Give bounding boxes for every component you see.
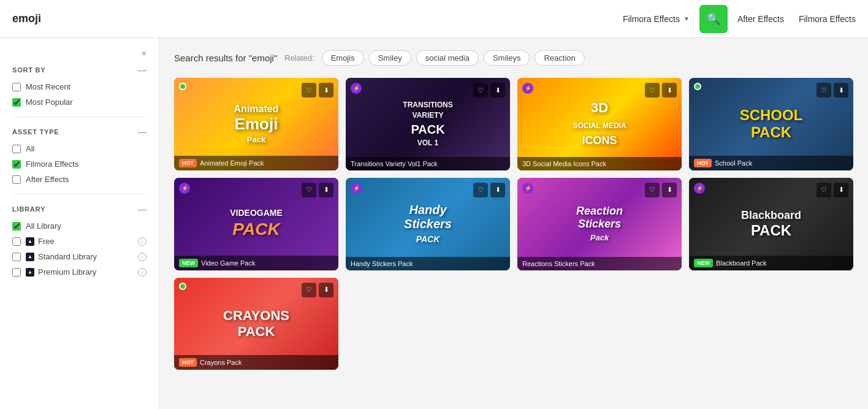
grid-item-5[interactable]: VIDEOGAMEPACK ⚡ ♡ ⬇ NEW Video Game Pack [174,178,338,270]
item-title-2: Transitions Variety Vol1 Pack [346,157,510,170]
heart-icon-8[interactable]: ♡ [817,183,831,197]
library-free-label-wrap: ▲ Free [26,237,55,246]
asset-all[interactable]: All [12,144,147,153]
heart-icon-2[interactable]: ♡ [473,83,488,97]
tag-smiley[interactable]: Smiley [369,50,411,66]
heart-icon-5[interactable]: ♡ [302,183,316,197]
tag-smileys[interactable]: Smileys [484,50,530,66]
item-title-5: NEW Video Game Pack [174,256,338,270]
download-icon-3[interactable]: ⬇ [662,83,677,97]
filter-dropdown-label: Filmora Effects [623,14,680,24]
grid-item-9[interactable]: CRAYONSPACK ♡ ⬇ HOT Crayons Pack [174,278,338,370]
asset-after-effects-checkbox[interactable] [12,175,21,184]
grid-item-4[interactable]: SCHOOLPACK ♡ ⬇ HOT School Pack [689,78,853,170]
item-label-1: Animated Emoji Pack [200,159,264,167]
tag-emojis[interactable]: Emojis [322,50,364,66]
search-button[interactable]: 🔍 [699,5,728,33]
library-title: LIBRARY [12,205,45,213]
download-icon-9[interactable]: ⬇ [319,283,333,297]
heart-icon-6[interactable]: ♡ [473,183,488,197]
lightning-badge-5: ⚡ [179,183,190,194]
asset-type-collapse-icon[interactable]: — [138,127,147,137]
sidebar: « SORT BY — Most Recent Most Popular ASS… [0,38,159,409]
library-free[interactable]: ▲ Free i [12,237,147,246]
download-icon-5[interactable]: ⬇ [319,183,333,197]
library-standard-checkbox[interactable] [12,253,21,261]
filter-dropdown[interactable]: Filmora Effects ▼ [623,14,690,24]
asset-after-effects[interactable]: After Effects [12,175,147,184]
related-label: Related: [284,53,314,63]
asset-all-label: All [26,144,34,153]
grid-item-8[interactable]: BlackboardPACK ⚡ ♡ ⬇ NEW Blackboard Pack [689,178,853,270]
nav-after-effects[interactable]: After Effects [737,12,784,26]
lightning-badge-8: ⚡ [694,183,705,194]
divider-2 [12,194,147,194]
asset-all-checkbox[interactable] [12,145,21,153]
library-all-label: All Library [26,221,61,231]
library-free-label: Free [38,237,55,246]
sort-most-popular-checkbox[interactable] [12,98,21,107]
grid-item-2[interactable]: TRANSITIONSVARIETYPACKVOL 1 ⚡ ♡ ⬇ Transi… [346,78,510,170]
search-icon: 🔍 [707,12,720,26]
sort-most-recent[interactable]: Most Recent [12,82,147,91]
item-label-3: 3D Social Media Icons Pack [522,160,606,167]
heart-icon-3[interactable]: ♡ [645,83,660,97]
thumb-text-7: ReactionStickersPack [576,205,623,243]
library-all-checkbox[interactable] [12,222,21,231]
standard-info-icon[interactable]: i [138,253,147,261]
library-collapse-icon[interactable]: — [138,204,147,214]
item-label-5: Video Game Pack [201,259,255,267]
library-standard[interactable]: ▲ Standard Library i [12,252,147,261]
heart-icon-4[interactable]: ♡ [817,83,831,97]
library-standard-label-wrap: ▲ Standard Library [26,252,97,261]
download-icon-8[interactable]: ⬇ [834,183,848,197]
tag-social-media[interactable]: social media [416,50,479,66]
download-icon-4[interactable]: ⬇ [834,83,848,97]
download-icon-1[interactable]: ⬇ [319,83,333,97]
sidebar-collapse-button[interactable]: « [12,48,147,58]
badge-5: NEW [179,259,198,267]
badge-1: HOT [179,159,197,167]
asset-type-section: ASSET TYPE — [12,127,147,137]
library-premium[interactable]: ▲ Premium Library i [12,267,147,277]
heart-icon-7[interactable]: ♡ [645,183,660,197]
item-label-8: Blackboard Pack [716,259,767,267]
free-info-icon[interactable]: i [138,237,147,246]
sort-most-popular[interactable]: Most Popular [12,97,147,107]
thumb-text-9: CRAYONSPACK [223,308,289,340]
download-icon-7[interactable]: ⬇ [662,183,677,197]
asset-filmora-checkbox[interactable] [12,160,21,169]
grid-item-7[interactable]: ReactionStickersPack ⚡ ♡ ⬇ Reactions Sti… [517,178,682,270]
grid-item-1[interactable]: AnimatedEmojiPack ♡ ⬇ HOT Animated Emoji… [174,78,338,170]
heart-icon-9[interactable]: ♡ [302,283,316,297]
heart-icon-1[interactable]: ♡ [302,83,316,97]
asset-after-effects-label: After Effects [26,175,69,184]
badge-8: NEW [694,259,713,267]
library-free-checkbox[interactable] [12,237,21,246]
premium-info-icon[interactable]: i [138,268,147,277]
lightning-badge-7: ⚡ [522,183,533,194]
grid-item-3[interactable]: 3DSOCIAL MEDIAICONS ⚡ ♡ ⬇ 3D Social Medi… [517,78,682,170]
sort-by-section: SORT BY — [12,65,147,75]
library-section: LIBRARY — [12,204,147,214]
tag-reaction[interactable]: Reaction [535,50,584,66]
download-icon-2[interactable]: ⬇ [490,83,505,97]
sort-by-collapse-icon[interactable]: — [138,65,147,75]
asset-filmora-effects[interactable]: Filmora Effects [12,159,147,169]
grid-item-6[interactable]: HandyStickersPACK ⚡ ♡ ⬇ Handy Stickers P… [346,178,510,270]
shield-icon-premium: ▲ [26,268,34,277]
library-premium-checkbox[interactable] [12,268,21,277]
item-title-7: Reactions Stickers Pack [517,257,682,270]
library-premium-label: Premium Library [38,267,96,277]
sort-most-recent-label: Most Recent [26,82,70,91]
item-title-4: HOT School Pack [689,156,853,170]
download-icon-6[interactable]: ⬇ [490,183,505,197]
related-tags: Emojis Smiley social media Smileys React… [322,50,585,66]
shield-icon-standard: ▲ [26,253,34,261]
nav-filmora-effects[interactable]: Filmora Effects [799,12,856,26]
sort-most-recent-checkbox[interactable] [12,83,21,91]
thumb-text-4: SCHOOLPACK [740,107,803,141]
thumb-text-1: AnimatedEmojiPack [234,104,279,145]
library-all[interactable]: All Library [12,221,147,231]
thumb-text-6: HandyStickersPACK [404,203,452,245]
